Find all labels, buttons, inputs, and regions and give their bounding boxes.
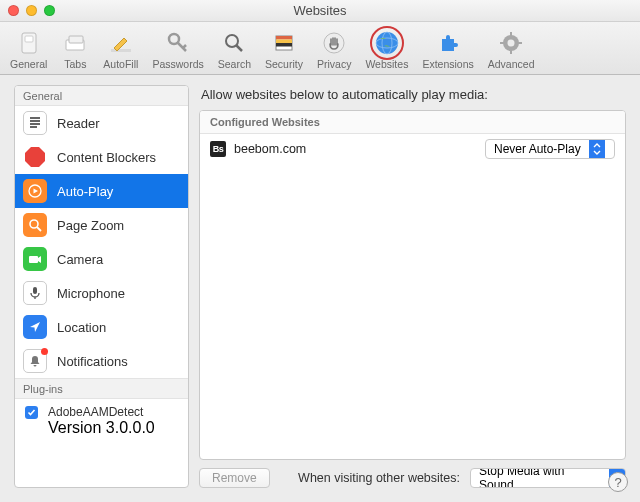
list-header: Configured Websites xyxy=(200,111,625,134)
sidebar-section-general: General xyxy=(15,86,188,106)
help-button[interactable]: ? xyxy=(608,472,628,492)
configured-websites-list: Configured Websites Bs beebom.com Never … xyxy=(199,110,626,460)
camera-icon xyxy=(23,247,47,271)
tabs-icon xyxy=(61,29,89,57)
website-row[interactable]: Bs beebom.com Never Auto-Play xyxy=(200,134,625,164)
svg-marker-26 xyxy=(38,256,41,263)
globe-icon xyxy=(373,29,401,57)
svg-rect-4 xyxy=(111,49,131,52)
zoom-window-button[interactable] xyxy=(44,5,55,16)
zoom-icon xyxy=(23,213,47,237)
hand-icon xyxy=(320,29,348,57)
chevron-updown-icon xyxy=(589,140,605,158)
main-heading: Allow websites below to automatically pl… xyxy=(199,85,626,110)
sidebar-item-microphone[interactable]: Microphone xyxy=(15,276,188,310)
plugin-item[interactable]: AdobeAAMDetect Version 3.0.0.0 xyxy=(15,399,188,445)
sidebar-item-camera[interactable]: Camera xyxy=(15,242,188,276)
svg-marker-23 xyxy=(34,189,39,194)
extensions-tab[interactable]: Extensions xyxy=(416,26,479,70)
svg-rect-8 xyxy=(276,36,292,40)
remove-button[interactable]: Remove xyxy=(199,468,270,488)
sidebar-item-location[interactable]: Location xyxy=(15,310,188,344)
location-icon xyxy=(23,315,47,339)
minimize-window-button[interactable] xyxy=(26,5,37,16)
svg-rect-27 xyxy=(33,287,37,294)
svg-rect-18 xyxy=(510,50,512,54)
sidebar-item-page-zoom[interactable]: Page Zoom xyxy=(15,208,188,242)
mic-icon xyxy=(23,281,47,305)
sidebar: General Reader Content Blockers Auto-Pla… xyxy=(14,85,189,488)
window-title: Websites xyxy=(293,3,346,18)
svg-rect-25 xyxy=(29,256,38,263)
sidebar-item-reader[interactable]: Reader xyxy=(15,106,188,140)
svg-rect-17 xyxy=(510,32,512,36)
svg-point-16 xyxy=(508,40,515,47)
website-setting-dropdown[interactable]: Never Auto-Play xyxy=(485,139,615,159)
magnify-icon xyxy=(220,29,248,57)
bell-icon xyxy=(23,349,47,373)
other-websites-dropdown[interactable]: Stop Media with Sound xyxy=(470,468,626,488)
plugin-checkbox[interactable] xyxy=(25,406,38,419)
privacy-tab[interactable]: Privacy xyxy=(311,26,357,70)
svg-rect-1 xyxy=(25,36,33,42)
security-tab[interactable]: Security xyxy=(259,26,309,70)
svg-point-12 xyxy=(376,32,398,54)
general-tab[interactable]: General xyxy=(4,26,53,70)
play-icon xyxy=(23,179,47,203)
sidebar-section-plugins: Plug-ins xyxy=(15,378,188,399)
toolbar: General Tabs AutoFill Passwords Search S… xyxy=(0,22,640,75)
key-icon xyxy=(164,29,192,57)
svg-point-24 xyxy=(30,220,38,228)
reader-icon xyxy=(23,111,47,135)
favicon-icon: Bs xyxy=(210,141,226,157)
websites-tab[interactable]: Websites xyxy=(359,26,414,70)
gear-icon xyxy=(497,29,525,57)
autofill-tab[interactable]: AutoFill xyxy=(97,26,144,70)
notification-dot-icon xyxy=(41,348,48,355)
search-tab[interactable]: Search xyxy=(212,26,257,70)
sidebar-item-content-blockers[interactable]: Content Blockers xyxy=(15,140,188,174)
svg-marker-28 xyxy=(30,322,40,332)
main-pane: Allow websites below to automatically pl… xyxy=(199,85,626,488)
svg-rect-19 xyxy=(500,42,504,44)
pencil-icon xyxy=(107,29,135,57)
svg-point-11 xyxy=(324,33,344,53)
tabs-tab[interactable]: Tabs xyxy=(55,26,95,70)
titlebar: Websites xyxy=(0,0,640,22)
switch-icon xyxy=(15,29,43,57)
svg-rect-10 xyxy=(276,43,292,47)
warning-icon xyxy=(270,29,298,57)
stop-icon xyxy=(23,145,47,169)
close-window-button[interactable] xyxy=(8,5,19,16)
sidebar-item-auto-play[interactable]: Auto-Play xyxy=(15,174,188,208)
svg-rect-20 xyxy=(518,42,522,44)
svg-rect-9 xyxy=(276,40,292,44)
website-name: beebom.com xyxy=(234,142,477,156)
other-websites-label: When visiting other websites: xyxy=(298,471,460,485)
sidebar-item-notifications[interactable]: Notifications xyxy=(15,344,188,378)
advanced-tab[interactable]: Advanced xyxy=(482,26,541,70)
svg-marker-21 xyxy=(25,147,45,167)
svg-rect-3 xyxy=(69,36,83,43)
puzzle-icon xyxy=(434,29,462,57)
passwords-tab[interactable]: Passwords xyxy=(146,26,209,70)
